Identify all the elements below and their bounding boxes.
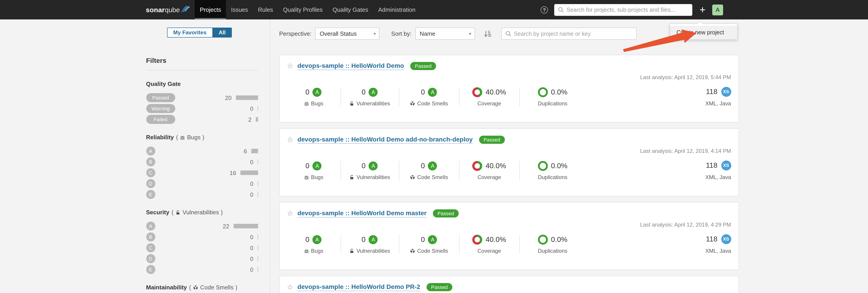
nav-item-rules[interactable]: Rules: [253, 0, 278, 20]
nav-item-quality-profiles[interactable]: Quality Profiles: [278, 0, 328, 20]
quality-gate-status-pill: Failed: [146, 115, 175, 124]
bug-icon: [304, 174, 309, 180]
metric-vulnerabilities: 0 A Vulnerabilities: [341, 161, 399, 180]
project-link[interactable]: devops-sample :: HelloWorld Demo: [298, 62, 404, 70]
security-subtitle: Vulnerabilities: [183, 209, 219, 216]
reliability-filter-row[interactable]: B 0: [146, 157, 258, 167]
bugs-count[interactable]: 0: [305, 88, 309, 96]
project-link[interactable]: devops-sample :: HelloWorld Demo add-no-…: [298, 136, 473, 144]
vulnerabilities-label: Vulnerabilities: [356, 174, 390, 180]
size-rating-badge: XS: [721, 87, 731, 97]
logo-text-qube: qube: [165, 6, 180, 13]
bugs-rating-badge: A: [313, 87, 322, 97]
reliability-filter-row[interactable]: C 16: [146, 168, 258, 177]
vulnerabilities-rating-badge: A: [369, 87, 378, 97]
last-analysis-date: Last analysis: April 12, 2019, 4:29 PM: [287, 222, 731, 228]
bugs-count[interactable]: 0: [305, 235, 309, 244]
quality-gate-filter-row[interactable]: Passed 20: [146, 93, 258, 102]
vulnerabilities-count[interactable]: 0: [362, 88, 366, 96]
coverage-value[interactable]: 40.0%: [486, 162, 506, 170]
filter-count: 0: [234, 191, 253, 198]
rating-circle: B: [146, 157, 155, 167]
page-container: My Favorites All Filters Quality Gate Pa…: [129, 20, 739, 293]
metric-vulnerabilities: 0 A Vulnerabilities: [341, 234, 399, 254]
security-filter-row[interactable]: C 0: [146, 243, 258, 252]
create-plus-button[interactable]: +: [700, 5, 706, 15]
nav-item-issues[interactable]: Issues: [226, 0, 253, 20]
filter-count: 0: [234, 105, 253, 112]
reliability-filter-row[interactable]: A 6: [146, 147, 258, 155]
code-smells-count[interactable]: 0: [421, 162, 425, 170]
loc-count[interactable]: 118: [706, 88, 717, 96]
project-link[interactable]: devops-sample :: HelloWorld Demo master: [298, 209, 427, 218]
nav-item-administration[interactable]: Administration: [373, 0, 421, 20]
sonarqube-logo[interactable]: sonarqube: [146, 0, 190, 20]
quality-gate-title: Quality Gate: [146, 80, 258, 87]
favorites-toggle: My Favorites All: [129, 28, 270, 38]
loc-count[interactable]: 118: [706, 235, 717, 243]
my-favorites-button[interactable]: My Favorites: [167, 28, 212, 38]
security-filter-row[interactable]: B 0: [146, 232, 258, 242]
favorite-star-icon[interactable]: ☆: [287, 136, 293, 143]
security-filter-row[interactable]: D 0: [146, 254, 258, 263]
project-link[interactable]: devops-sample :: HelloWorld Demo PR-2: [298, 283, 420, 291]
filter-count: 0: [234, 255, 253, 262]
duplications-label: Duplications: [538, 174, 567, 180]
duplications-value[interactable]: 0.0%: [551, 235, 567, 244]
vulnerabilities-count[interactable]: 0: [362, 235, 366, 244]
coverage-value[interactable]: 40.0%: [486, 88, 506, 96]
security-filter-row[interactable]: E 0: [146, 265, 258, 274]
duplications-ring-icon: [538, 161, 548, 171]
nav-item-quality-gates[interactable]: Quality Gates: [328, 0, 373, 20]
perspective-value: Overall Status: [320, 30, 356, 37]
search-icon: [505, 31, 511, 37]
reliability-filter-row[interactable]: E 0: [146, 190, 258, 199]
loc-count[interactable]: 118: [706, 161, 717, 170]
avatar[interactable]: A: [712, 4, 723, 15]
unlock-icon: [175, 210, 181, 215]
metric-bugs: 0 A: [287, 234, 340, 254]
global-search[interactable]: [554, 4, 692, 15]
bugs-count[interactable]: 0: [305, 162, 309, 170]
code-smells-rating-badge: A: [428, 161, 437, 170]
sort-select[interactable]: Name ▾: [415, 28, 475, 40]
perspective-select[interactable]: Overall Status ▾: [315, 28, 379, 40]
size-rating-badge: XS: [721, 234, 731, 244]
code-smells-count[interactable]: 0: [421, 88, 425, 96]
duplications-value[interactable]: 0.0%: [551, 162, 567, 170]
help-icon[interactable]: ?: [540, 6, 548, 13]
filter-bar: [257, 267, 258, 272]
favorite-star-icon[interactable]: ☆: [287, 284, 293, 291]
favorite-star-icon[interactable]: ☆: [287, 62, 293, 70]
code-smells-rating-badge: A: [428, 87, 437, 97]
logo-swoosh-icon: [181, 4, 190, 12]
project-search[interactable]: [501, 28, 637, 40]
filter-bar: [257, 235, 258, 239]
metric-lines-of-code: 118 XS XML, Java: [706, 87, 731, 107]
code-smells-label: Code Smells: [417, 174, 448, 180]
coverage-value[interactable]: 40.0%: [486, 235, 506, 244]
quality-gate-filter-row[interactable]: Failed 2: [146, 115, 258, 124]
bug-icon: [304, 101, 309, 106]
sort-direction-icon[interactable]: [484, 30, 491, 37]
bug-icon: [180, 135, 185, 140]
favorite-star-icon[interactable]: ☆: [287, 210, 293, 217]
vulnerabilities-count[interactable]: 0: [362, 162, 366, 170]
project-search-input[interactable]: [514, 31, 632, 37]
bugs-label: Bugs: [311, 100, 323, 107]
duplications-value[interactable]: 0.0%: [551, 88, 567, 96]
security-filter-row[interactable]: A 22: [146, 222, 258, 231]
nav-item-projects[interactable]: Projects: [195, 0, 226, 20]
all-button[interactable]: All: [212, 28, 232, 38]
reliability-section: Reliability (: [146, 134, 258, 199]
bugs-label: Bugs: [311, 248, 323, 254]
code-smells-count[interactable]: 0: [421, 235, 425, 244]
reliability-rows: A 6 B 0 C: [146, 147, 258, 199]
global-search-input[interactable]: [566, 6, 689, 13]
quality-gate-filter-row[interactable]: Warning 0: [146, 104, 258, 113]
sort-value: Name: [420, 30, 435, 37]
coverage-donut-icon: [472, 87, 483, 97]
reliability-filter-row[interactable]: D 0: [146, 179, 258, 188]
rating-circle: C: [146, 243, 155, 252]
last-analysis-date: Last analysis: April 12, 2019, 5:44 PM: [287, 74, 731, 80]
